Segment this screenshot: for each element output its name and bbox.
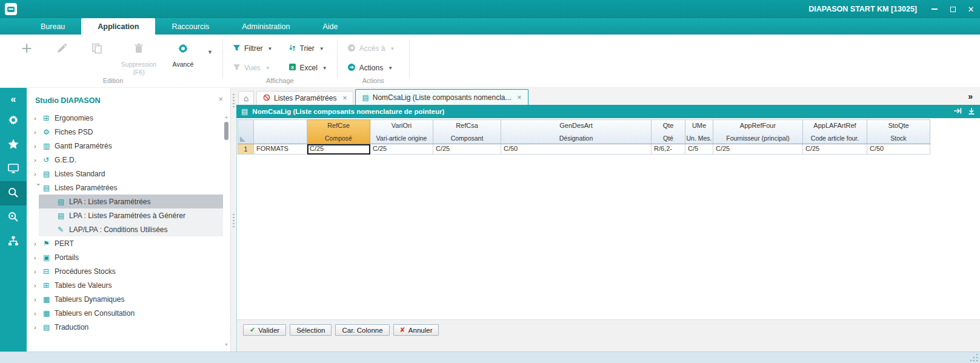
- search-button[interactable]: [0, 181, 27, 205]
- tree-item-listes-parametrees[interactable]: ›▤Listes Paramétrées: [27, 181, 230, 195]
- advanced-button[interactable]: Avancé: [167, 39, 199, 68]
- cell-gendesart[interactable]: C/50: [501, 144, 652, 155]
- menu-item-administration[interactable]: Administration: [225, 18, 306, 35]
- maximize-button[interactable]: [944, 0, 962, 18]
- column-header-applafartref[interactable]: AppLAFArtRefCode article four.: [803, 119, 867, 144]
- chevron-right-icon[interactable]: ›: [34, 310, 43, 317]
- chevron-right-icon[interactable]: ›: [34, 296, 43, 303]
- scrollbar-thumb[interactable]: [224, 122, 228, 140]
- close-panel-icon[interactable]: ×: [218, 95, 223, 103]
- column-header-appreffour[interactable]: AppRefFourFournisseur (principal): [713, 119, 803, 144]
- close-tab-icon[interactable]: ×: [342, 94, 347, 102]
- cell-col0[interactable]: FORMATS: [254, 144, 307, 155]
- edit-button[interactable]: [48, 39, 75, 58]
- panel-splitter[interactable]: [231, 88, 236, 351]
- menu-item-bureau[interactable]: Bureau: [24, 18, 81, 35]
- add-button[interactable]: +: [13, 39, 40, 58]
- chevron-right-icon[interactable]: ›: [34, 324, 43, 331]
- close-tab-icon[interactable]: ×: [518, 93, 522, 102]
- chevron-down-icon[interactable]: ▼: [207, 49, 213, 55]
- views-button[interactable]: Vues ▼: [233, 61, 273, 75]
- sort-button[interactable]: Trier ▼: [288, 42, 327, 55]
- minimize-button[interactable]: [925, 0, 944, 18]
- tree-item-tables-de-valeurs[interactable]: ›⊞Tables de Valeurs: [27, 278, 230, 292]
- column-header-variori[interactable]: VariOriVari-article origine: [370, 119, 433, 144]
- tree-item-lpa-listes-parametrees[interactable]: ▤LPA : Listes Paramétrées: [39, 195, 223, 208]
- tree-item-listes-standard[interactable]: ›▤Listes Standard: [27, 167, 230, 181]
- cell-stoqte[interactable]: C/50: [867, 144, 930, 155]
- filter-button[interactable]: Filtrer ▼: [233, 42, 273, 55]
- delete-button[interactable]: Suppression (F6): [119, 39, 159, 76]
- chevron-right-icon[interactable]: ›: [34, 156, 43, 164]
- excel-button[interactable]: X Excel ▼: [288, 61, 327, 75]
- menu-item-application[interactable]: Application: [81, 18, 155, 35]
- cell-refcsa[interactable]: C/25: [433, 144, 501, 155]
- column-header-refcsa[interactable]: RefCsaComposant: [433, 119, 501, 144]
- screens-button[interactable]: [0, 157, 27, 181]
- chevron-down-icon[interactable]: ▼: [268, 46, 273, 52]
- column-header-blank[interactable]: [254, 119, 307, 144]
- tree-item-lpa-listes-parametrees-a-generer[interactable]: ▤LPA : Listes Paramétrées à Générer: [39, 208, 223, 222]
- access-button[interactable]: Accès à ▼: [347, 42, 399, 55]
- chevron-right-icon[interactable]: ›: [34, 128, 43, 136]
- scroll-up-icon[interactable]: ▲: [224, 115, 228, 119]
- hierarchy-button[interactable]: [0, 230, 27, 254]
- copy-button[interactable]: [84, 39, 110, 58]
- close-button[interactable]: ✕: [962, 0, 980, 18]
- tree-item-pert[interactable]: ›⚑PERT: [27, 236, 230, 250]
- cell-variori[interactable]: C/25: [370, 144, 433, 155]
- actions-button[interactable]: Actions ▼: [347, 61, 399, 75]
- favorites-button[interactable]: [0, 133, 27, 157]
- column-header-stoqte[interactable]: StoQteStock: [867, 119, 930, 144]
- chevron-right-icon[interactable]: ›: [34, 282, 43, 289]
- chevron-right-icon[interactable]: ›: [34, 268, 43, 275]
- column-header-refcse[interactable]: RefCseComposé: [307, 119, 370, 144]
- home-tab[interactable]: ⌂: [238, 91, 254, 105]
- chevron-down-icon[interactable]: ▼: [319, 46, 324, 52]
- valider-button[interactable]: ✔Valider: [243, 324, 286, 336]
- search-location-button[interactable]: [0, 205, 27, 230]
- tree-item-tableurs-dynamiques[interactable]: ›▦Tableurs Dynamiques: [27, 292, 230, 306]
- select-all-corner[interactable]: [238, 119, 254, 144]
- chevron-down-icon[interactable]: ▼: [388, 65, 393, 71]
- tree-item-portails[interactable]: ›▣Portails: [27, 250, 230, 264]
- annuler-button[interactable]: ✘Annuler: [393, 324, 439, 336]
- tree-item-procedures-stocks[interactable]: ›⊟Procédures Stocks: [27, 264, 230, 278]
- column-header-qte[interactable]: QteQté: [652, 119, 685, 144]
- cell-qte[interactable]: R/6,2-: [652, 144, 685, 155]
- scroll-down-icon[interactable]: ▼: [224, 342, 228, 347]
- cell-appreffour[interactable]: C/25: [713, 144, 803, 155]
- tree-item-lap-lpa-conditions-utilisees[interactable]: ✎LAP/LPA : Conditions Utilisées: [39, 222, 223, 236]
- cell-refcse[interactable]: C/25: [307, 144, 370, 155]
- tree-item-gantt-parametres[interactable]: ›▥Gantt Paramétrés: [27, 139, 230, 153]
- chevron-right-icon[interactable]: ›: [34, 170, 43, 178]
- goto-end-icon[interactable]: [953, 107, 962, 116]
- tree-item-ergonomies[interactable]: ›⊞Ergonomies: [27, 111, 230, 125]
- chevron-right-icon[interactable]: ›: [34, 115, 43, 122]
- row-number[interactable]: 1: [238, 144, 254, 155]
- tree-item-traduction[interactable]: ›▤Traduction: [27, 320, 230, 334]
- tree-item-g-e-d[interactable]: ›↺G.E.D.: [27, 153, 230, 167]
- column-header-gendesart[interactable]: GenDesArtDésignation: [501, 119, 652, 144]
- tab-listes-parametrees[interactable]: Listes Paramétrées×: [256, 91, 353, 105]
- settings-button[interactable]: [0, 108, 27, 133]
- selection-button[interactable]: Sélection: [290, 324, 332, 336]
- download-icon[interactable]: [968, 107, 975, 116]
- car-colonne-button[interactable]: Car. Colonne: [335, 324, 389, 336]
- menu-item-aide[interactable]: Aide: [306, 18, 354, 35]
- chevron-down-icon[interactable]: ▼: [322, 65, 327, 71]
- collapse-panel-button[interactable]: «: [0, 90, 27, 108]
- column-header-ume[interactable]: UMeUn. Mes.: [685, 119, 713, 144]
- chevron-right-icon[interactable]: ›: [34, 240, 43, 247]
- chevron-right-icon[interactable]: ›: [34, 254, 43, 261]
- tree-item-tableurs-en-consultation[interactable]: ›▦Tableurs en Consultation: [27, 306, 230, 320]
- tree-item-fiches-psd[interactable]: ›⚙Fiches PSD: [27, 125, 230, 139]
- chevron-down-icon[interactable]: ›: [35, 183, 42, 192]
- resize-grip[interactable]: [970, 354, 978, 361]
- menu-item-raccourcis[interactable]: Raccourcis: [155, 18, 225, 35]
- cell-ume[interactable]: C/5: [685, 144, 713, 155]
- cell-applafartref[interactable]: C/25: [803, 144, 867, 155]
- chevron-right-icon[interactable]: ›: [34, 142, 43, 150]
- chevrons-right-icon[interactable]: »: [968, 92, 973, 101]
- tab-nomcsalig-liste-composants-nomencla[interactable]: ▤NomCsaLig (Liste composants nomencla...…: [355, 89, 528, 105]
